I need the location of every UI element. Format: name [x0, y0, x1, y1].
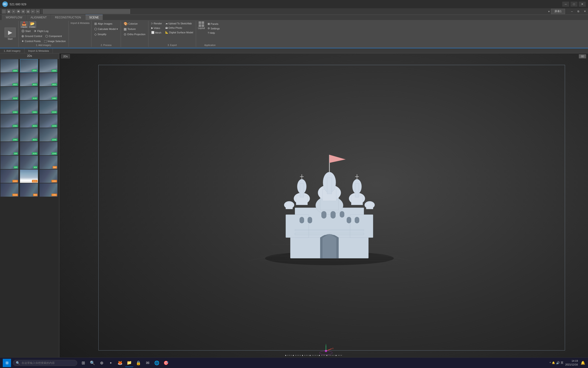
control-points-btn[interactable]: ✦ Control Points — [20, 39, 42, 44]
screen-label[interactable]: 屏幕1 — [551, 9, 565, 14]
image-thumb-17[interactable]: 2240 — [40, 128, 57, 141]
ground-control-btn[interactable]: ⊕ Ground Control — [20, 34, 43, 38]
laser-scan-btn[interactable]: ⦿ Start — [20, 29, 32, 33]
inputs-button[interactable]: 📥 Inputs — [20, 21, 28, 28]
mesh-btn[interactable]: ⬜Mesh — [150, 31, 163, 35]
upload-sketchfab-btn[interactable]: ☁Upload To Sketchfab — [164, 21, 194, 25]
view-2ds-badge[interactable]: 2Ds — [61, 54, 70, 58]
taskbar-icon-store[interactable]: ✦ — [107, 359, 115, 367]
image-thumb-0[interactable]: 3094 — [0, 59, 18, 73]
texture-btn[interactable]: ▦ Texture — [123, 27, 136, 31]
image-thumb-26[interactable]: 1001 — [40, 169, 57, 183]
toolbar-icon-4[interactable]: ⬒ — [16, 9, 20, 14]
taskbar-icon-browser[interactable]: 🌐 — [153, 359, 161, 367]
tab-workflow[interactable]: WORKFLOW — [2, 15, 26, 20]
taskbar-icon-widgets[interactable]: ⊕ — [98, 359, 106, 367]
image-thumb-25[interactable]: 3131 — [20, 169, 38, 183]
taskbar-icon-app1[interactable]: 🎯 — [162, 359, 170, 367]
image-thumb-24[interactable]: 1001 DSC_0152.JPG Features: 9455/25090 f… — [0, 169, 18, 183]
image-thumb-13[interactable]: 3021 — [20, 114, 38, 128]
dropdown-arrow[interactable]: ▾ — [548, 10, 550, 13]
image-thumb-14[interactable]: 2240 — [40, 114, 57, 128]
image-thumb-5[interactable]: 3021 — [40, 73, 57, 86]
toolbar-icon-6[interactable]: ▤ — [26, 9, 30, 14]
viewport[interactable]: 2Ds 3D — [59, 53, 588, 368]
render-btn[interactable]: ▷Render — [150, 21, 163, 25]
taskbar-icon-mail[interactable]: ✉ — [143, 359, 152, 367]
component-btn[interactable]: ⬡ Component — [44, 34, 63, 38]
video-btn[interactable]: ▶Video — [150, 26, 163, 30]
image-thumb-15[interactable]: 2481 — [0, 128, 18, 141]
taskbar-icon-search[interactable]: 🔍 — [88, 359, 97, 367]
image-thumb-12[interactable]: 2481 — [0, 114, 18, 128]
calculate-model-btn[interactable]: ⬡ Calculate Model ▾ — [93, 27, 119, 31]
taskbar-icon-grid[interactable]: ⊞ — [79, 359, 87, 367]
image-thumb-29[interactable]: 1001 — [40, 183, 57, 197]
toolbar-icon-2[interactable]: ▦ — [7, 9, 11, 14]
inner-restore[interactable]: ⧉ — [575, 9, 582, 14]
image-thumb-1[interactable]: 3094 — [20, 59, 38, 73]
taskbar-clock[interactable]: 14:19 2021/12/16 — [565, 359, 578, 366]
taskbar-icon-firefox[interactable]: 🦊 — [116, 359, 124, 367]
layout-btn[interactable]: Layout — [198, 21, 205, 29]
close-button[interactable]: ✕ — [579, 2, 586, 7]
inner-minimize[interactable]: ─ — [569, 9, 575, 14]
image-thumb-6[interactable]: 3132 — [0, 87, 18, 100]
start-menu-button[interactable]: ⊞ — [3, 359, 11, 367]
settings-btn[interactable]: ⚙Settings — [207, 27, 221, 30]
help-btn[interactable]: ?Help — [207, 31, 221, 35]
align-images-btn[interactable]: ⊞ Align Images — [93, 21, 113, 26]
image-thumb-23[interactable]: 500 — [40, 156, 57, 169]
image-thumb-28[interactable]: 500 — [20, 183, 38, 197]
tray-volume[interactable]: 🔊 — [556, 361, 560, 365]
tray-expand[interactable]: ^ — [550, 361, 551, 365]
tab-alignment[interactable]: ALIGNMENT — [27, 15, 51, 20]
tray-network[interactable]: 🔔 — [552, 361, 555, 364]
toolbar-icon-1[interactable]: ⬚ — [2, 9, 6, 14]
colorize-btn[interactable]: 🎨 Colorize — [123, 21, 138, 26]
tab-scene[interactable]: SCENE — [85, 15, 103, 20]
ortho-photo-btn[interactable]: 🏔Ortho Photo — [164, 26, 194, 30]
image-thumb-3[interactable]: 3021 — [0, 73, 18, 86]
image-thumb-20[interactable]: 2240 — [40, 142, 57, 155]
taskbar-icon-safe[interactable]: 🔒 — [134, 359, 143, 367]
image-thumb-10[interactable]: 2481 — [20, 101, 38, 114]
left-panel: 2Ds 3094 3094 3094 3021 3021 — [0, 53, 59, 368]
image-thumb-4[interactable]: 3021 — [20, 73, 38, 86]
image-thumb-21[interactable]: 329 — [0, 156, 18, 169]
minimize-button[interactable]: ─ — [562, 2, 569, 7]
image-thumb-11[interactable]: 2240 — [40, 101, 57, 114]
toolbar-icon-8[interactable]: ↪ — [36, 9, 40, 14]
taskbar-icon-explorer[interactable]: 📁 — [125, 359, 133, 367]
folder-button[interactable]: 📂 Folder — [29, 21, 36, 28]
ortho-projection-btn[interactable]: ⊙ Ortho Projection — [123, 32, 146, 37]
image-selection-btn[interactable]: ⬚ Image Selection — [43, 39, 67, 44]
image-thumb-2[interactable]: 3094 — [40, 59, 57, 73]
toolbar-icon-5[interactable]: ⊞ — [21, 9, 25, 14]
image-thumb-7[interactable]: 3132 — [20, 87, 38, 100]
flight-log-btn[interactable]: ✈ Flight Log — [33, 29, 49, 33]
digital-surface-btn[interactable]: 📐Digital Surface Model — [164, 30, 194, 34]
search-input[interactable] — [43, 9, 130, 14]
section-1-label: 1. Add imagery — [20, 44, 67, 46]
image-thumb-8[interactable]: 2462 — [40, 87, 57, 100]
maximize-button[interactable]: □ — [570, 2, 578, 7]
tab-reconstruction[interactable]: RECONSTRUCTION — [51, 15, 85, 20]
image-thumb-27[interactable]: 3131 — [0, 183, 18, 197]
toolbar-icon-3[interactable]: ≡ — [11, 9, 16, 14]
image-thumb-9[interactable]: 2481 — [0, 101, 18, 114]
badge-20: 2240 — [52, 152, 57, 155]
panels-btn[interactable]: ▦Panels — [207, 22, 221, 26]
image-thumb-19[interactable]: 3131 — [20, 142, 38, 155]
view-3d-badge[interactable]: 3D — [579, 54, 586, 58]
notification-icon[interactable]: 🔔 — [581, 361, 585, 365]
inner-close[interactable]: ✕ — [582, 9, 588, 14]
tray-ime[interactable]: 英 — [561, 361, 563, 365]
image-thumb-16[interactable]: 3021 — [20, 128, 38, 141]
image-thumb-18[interactable]: 329 — [0, 142, 18, 155]
start-button[interactable]: ▶ — [5, 28, 16, 37]
taskbar-search-input[interactable] — [22, 361, 72, 365]
toolbar-icon-7[interactable]: ↩ — [31, 9, 35, 14]
image-thumb-22[interactable]: 329 — [20, 156, 38, 169]
simplify-btn[interactable]: ◇ Simplify — [93, 32, 107, 37]
